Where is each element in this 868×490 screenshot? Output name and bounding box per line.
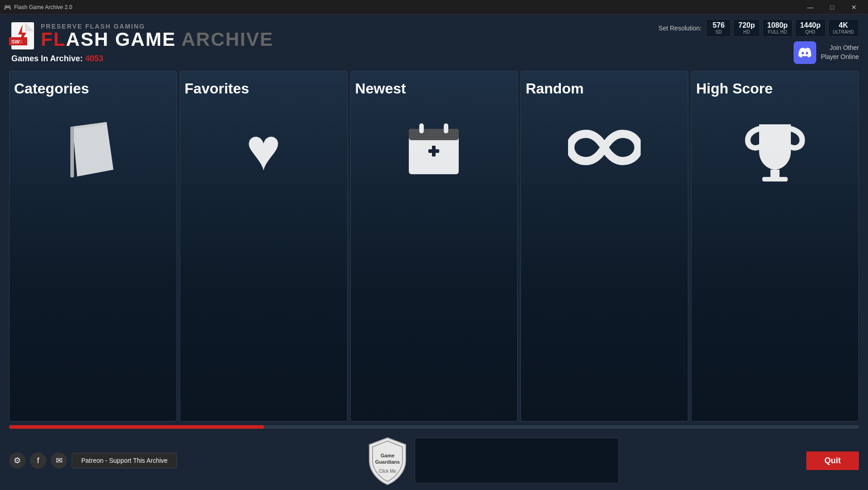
ad-box <box>415 438 619 483</box>
logo-section: SWF PRESERVE FLASH GAMING FLASH GAME ARC… <box>9 20 274 64</box>
svg-rect-8 <box>409 129 459 140</box>
app-icon: 🎮 <box>4 4 11 11</box>
games-count-number: 4053 <box>85 54 103 63</box>
nav-card-random[interactable]: Random <box>520 71 688 421</box>
close-button[interactable]: ✕ <box>843 0 864 15</box>
high-score-title: High Score <box>696 80 773 97</box>
app-title: Flash Game Archive 2.0 <box>14 4 72 10</box>
heart-icon: ♥ <box>246 115 281 183</box>
discord-icon <box>794 41 816 64</box>
header-right: Set Resolution: 576 SD 720p HD 1080p FUL… <box>658 19 859 64</box>
svg-text:Game: Game <box>380 453 394 458</box>
nav-cards: Categories Favorites ♥ Newest <box>0 71 868 421</box>
resolution-label: Set Resolution: <box>658 24 701 32</box>
res-1440-button[interactable]: 1440p QHD <box>795 19 825 37</box>
title-bar-controls: — □ ✕ <box>800 0 864 15</box>
resolution-section: Set Resolution: 576 SD 720p HD 1080p FUL… <box>658 19 859 37</box>
svg-rect-10 <box>444 123 448 133</box>
header: SWF PRESERVE FLASH GAMING FLASH GAME ARC… <box>0 15 868 69</box>
nav-card-newest[interactable]: Newest <box>350 71 518 421</box>
svg-text:Click Me: Click Me <box>379 469 397 474</box>
bottom-section: ⚙ f ✉ Patreon - Support This Archive Gam… <box>0 431 868 490</box>
games-label: Games In Archive: <box>11 54 83 63</box>
title-bar: 🎮 Flash Game Archive 2.0 — □ ✕ <box>0 0 868 15</box>
title-bar-left: 🎮 Flash Game Archive 2.0 <box>4 4 72 11</box>
infinity-icon <box>568 120 641 182</box>
progress-bar-background <box>9 425 859 429</box>
svg-rect-9 <box>419 123 424 133</box>
flash-game-archive-logo: FLASH GAME ARCHIVE <box>41 30 274 49</box>
discord-section[interactable]: Join OtherPlayer Online <box>794 41 859 64</box>
flash-text: FL <box>41 29 66 50</box>
progress-bar-fill <box>9 425 264 429</box>
games-count: Games In Archive: 4053 <box>9 54 274 64</box>
logo-text: PRESERVE FLASH GAMING FLASH GAME ARCHIVE <box>41 23 274 49</box>
archive-text: ARCHIVE <box>176 29 274 50</box>
swf-icon: SWF <box>9 20 36 52</box>
logo-top: SWF PRESERVE FLASH GAMING FLASH GAME ARC… <box>9 20 274 52</box>
res-4k-button[interactable]: 4K ULTRAHD <box>828 19 859 37</box>
game-text: ASH GAME <box>66 29 176 50</box>
svg-rect-13 <box>770 170 780 178</box>
newest-title: Newest <box>355 80 406 97</box>
patreon-button[interactable]: Patreon - Support This Archive <box>72 453 177 468</box>
categories-title: Categories <box>14 80 89 97</box>
book-icon <box>66 120 120 191</box>
settings-icon[interactable]: ⚙ <box>9 452 25 469</box>
facebook-icon[interactable]: f <box>30 452 46 469</box>
nav-card-categories[interactable]: Categories <box>9 71 177 421</box>
main-content: SWF PRESERVE FLASH GAMING FLASH GAME ARC… <box>0 15 868 490</box>
nav-card-high-score[interactable]: High Score <box>691 71 859 421</box>
discord-join-text: Join OtherPlayer Online <box>821 44 859 61</box>
bottom-center: Game Guardians Click Me <box>365 436 619 485</box>
quit-button[interactable]: Quit <box>806 451 859 470</box>
maximize-button[interactable]: □ <box>822 0 843 15</box>
svg-rect-12 <box>432 146 436 157</box>
res-720-button[interactable]: 720p HD <box>733 19 760 37</box>
favorites-title: Favorites <box>185 80 249 97</box>
resolution-options: 576 SD 720p HD 1080p FULL HD 1440p QHD <box>706 19 859 37</box>
nav-card-favorites[interactable]: Favorites ♥ <box>180 71 348 421</box>
bottom-left: ⚙ f ✉ Patreon - Support This Archive <box>9 452 177 469</box>
calendar-icon <box>407 120 461 191</box>
res-576-button[interactable]: 576 SD <box>706 19 731 37</box>
game-guardians-button[interactable]: Game Guardians Click Me <box>365 436 410 485</box>
svg-rect-6 <box>70 127 74 177</box>
random-title: Random <box>525 80 584 97</box>
minimize-button[interactable]: — <box>800 0 821 15</box>
res-1080-button[interactable]: 1080p FULL HD <box>762 19 793 37</box>
email-icon[interactable]: ✉ <box>51 452 67 469</box>
progress-section <box>0 425 868 429</box>
trophy-icon <box>743 120 807 196</box>
svg-text:Guardians: Guardians <box>375 459 400 465</box>
svg-rect-14 <box>762 177 788 181</box>
